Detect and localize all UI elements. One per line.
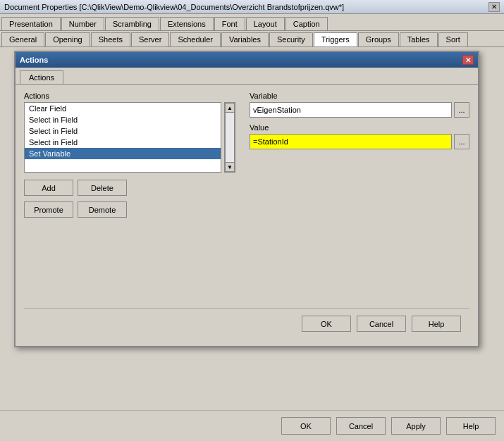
- value-input[interactable]: [250, 134, 452, 149]
- empty-area: [24, 223, 469, 294]
- value-input-row: ...: [250, 134, 469, 149]
- actions-modal: Actions ✕ Actions Actions Clear Field Se…: [14, 51, 479, 347]
- modal-body: Actions Clear Field Select in Field Sele…: [16, 85, 478, 346]
- modal-title-bar: Actions ✕: [16, 52, 478, 68]
- tab-row-1: Presentation Number Scrambling Extension…: [0, 14, 504, 31]
- main-content: Actions ✕ Actions Actions Clear Field Se…: [0, 47, 504, 421]
- right-panel: Variable ... Value ...: [235, 92, 469, 173]
- variable-input[interactable]: [250, 102, 452, 118]
- scroll-track[interactable]: [225, 113, 235, 162]
- modal-help-button[interactable]: Help: [412, 316, 461, 332]
- modal-ok-button[interactable]: OK: [302, 316, 351, 332]
- value-label: Value: [250, 123, 469, 132]
- list-item-clear-field[interactable]: Clear Field: [25, 103, 221, 114]
- window-close-button[interactable]: ✕: [488, 2, 500, 12]
- modal-cancel-button[interactable]: Cancel: [357, 316, 406, 332]
- list-item-select-field-1[interactable]: Select in Field: [25, 114, 221, 125]
- action-buttons-row1: Add Delete: [24, 180, 469, 196]
- top-area: Actions Clear Field Select in Field Sele…: [24, 92, 469, 173]
- tab-scrambling[interactable]: Scrambling: [105, 17, 159, 30]
- add-button[interactable]: Add: [24, 180, 73, 196]
- tab-layout[interactable]: Layout: [246, 17, 285, 30]
- tab-caption[interactable]: Caption: [285, 17, 328, 30]
- list-item-set-variable[interactable]: Set Variable: [25, 148, 221, 159]
- delete-button[interactable]: Delete: [78, 180, 127, 196]
- tab-number[interactable]: Number: [61, 17, 104, 30]
- tab-sheets[interactable]: Sheets: [91, 32, 130, 46]
- apply-button[interactable]: Apply: [391, 417, 441, 435]
- modal-title: Actions: [20, 56, 48, 64]
- cancel-button[interactable]: Cancel: [336, 417, 386, 435]
- tab-row-2: General Opening Sheets Server Scheduler …: [0, 31, 504, 47]
- tab-variables[interactable]: Variables: [221, 32, 269, 46]
- action-buttons-row2: Promote Demote: [24, 201, 469, 218]
- actions-list[interactable]: Clear Field Select in Field Select in Fi…: [24, 102, 221, 173]
- tab-security[interactable]: Security: [269, 32, 313, 46]
- variable-ellipsis-button[interactable]: ...: [454, 102, 469, 118]
- tab-presentation[interactable]: Presentation: [1, 17, 61, 30]
- tab-general[interactable]: General: [1, 32, 44, 46]
- variable-input-row: ...: [250, 102, 469, 118]
- tab-groups[interactable]: Groups: [358, 32, 399, 46]
- bottom-bar: OK Cancel Apply Help: [0, 410, 504, 441]
- left-panel: Actions Clear Field Select in Field Sele…: [24, 92, 235, 173]
- scroll-down-button[interactable]: ▼: [225, 162, 235, 172]
- modal-footer: OK Cancel Help: [24, 308, 469, 339]
- title-bar: Document Properties [C:\QlikView\Demo-Ql…: [0, 0, 504, 14]
- list-scrollbar: ▲ ▼: [224, 102, 235, 173]
- tab-extensions[interactable]: Extensions: [160, 17, 214, 30]
- actions-label: Actions: [24, 92, 235, 100]
- help-button[interactable]: Help: [446, 417, 496, 435]
- promote-button[interactable]: Promote: [24, 201, 73, 218]
- tab-server[interactable]: Server: [131, 32, 169, 46]
- tab-opening[interactable]: Opening: [45, 32, 90, 46]
- tab-scheduler[interactable]: Scheduler: [170, 32, 221, 46]
- demote-button[interactable]: Demote: [78, 201, 127, 218]
- tab-sort[interactable]: Sort: [438, 32, 468, 46]
- scroll-up-button[interactable]: ▲: [225, 103, 235, 113]
- modal-close-button[interactable]: ✕: [462, 55, 474, 65]
- ok-button[interactable]: OK: [281, 417, 331, 435]
- window-title: Document Properties [C:\QlikView\Demo-Ql…: [4, 3, 344, 11]
- tab-triggers[interactable]: Triggers: [314, 32, 357, 46]
- modal-inner-tabs: Actions: [16, 68, 478, 85]
- list-item-select-field-3[interactable]: Select in Field: [25, 137, 221, 148]
- tab-font[interactable]: Font: [214, 17, 245, 30]
- tab-tables[interactable]: Tables: [400, 32, 438, 46]
- variable-label: Variable: [250, 92, 469, 100]
- value-ellipsis-button[interactable]: ...: [454, 134, 469, 149]
- modal-tab-actions[interactable]: Actions: [20, 70, 63, 84]
- list-item-select-field-2[interactable]: Select in Field: [25, 125, 221, 137]
